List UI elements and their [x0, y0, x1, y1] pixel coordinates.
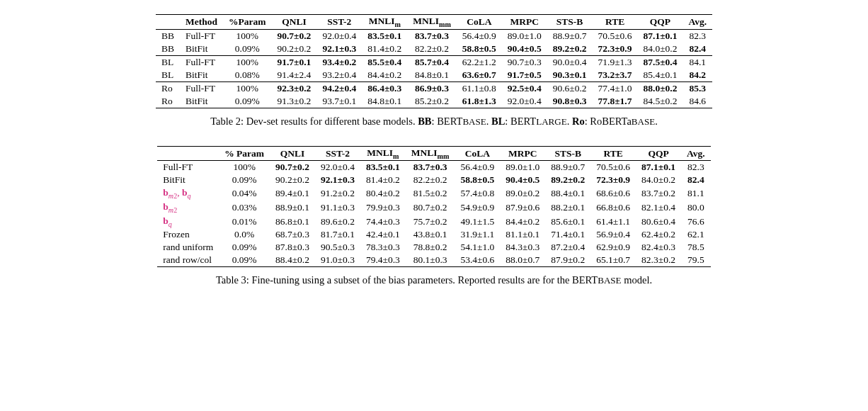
- cell: 65.1±0.7: [590, 254, 636, 267]
- table-2-caption: Table 2: Dev-set results for different b…: [28, 116, 840, 128]
- cell: 81.4±0.2: [362, 43, 407, 56]
- table-row: RoBitFit0.09%91.3±0.293.7±0.184.8±0.185.…: [156, 95, 712, 108]
- cell: 57.4±0.8: [455, 186, 500, 201]
- cell: 62.2±1.2: [457, 55, 502, 69]
- cell: 56.9±0.4: [590, 228, 636, 241]
- col-sst2: SST-2: [316, 15, 362, 30]
- cell: 90.8±0.3: [547, 95, 593, 108]
- cell: 0.04%: [219, 186, 270, 201]
- cell: 82.3: [683, 29, 712, 43]
- col-mrpc: MRPC: [502, 15, 547, 30]
- cell: Full-FT: [180, 29, 223, 43]
- cell: 89.6±0.2: [315, 215, 360, 229]
- cell: 81.1±0.1: [500, 228, 545, 241]
- cell: BitFit: [180, 69, 223, 82]
- cell: 81.4±0.2: [360, 174, 406, 186]
- cell: 54.1±1.0: [455, 241, 500, 254]
- cell: 87.2±0.4: [545, 241, 590, 254]
- cell: 84.2: [683, 69, 712, 82]
- cell: 88.4±0.2: [270, 254, 315, 267]
- cell: 82.4: [681, 174, 711, 186]
- col-mnlimm: MNLImm: [406, 146, 455, 161]
- col-avg: Avg.: [681, 146, 711, 161]
- cell: 84.1: [683, 55, 712, 69]
- cell: 72.3±0.9: [593, 43, 638, 56]
- cell: 91.7±0.1: [271, 55, 316, 69]
- col-param: % Param: [219, 146, 270, 161]
- table-row: BBFull-FT100%90.7±0.292.0±0.483.5±0.183.…: [156, 29, 712, 43]
- cell: 85.7±0.4: [407, 55, 457, 69]
- cell: 73.2±3.7: [593, 69, 638, 82]
- table-row: BLBitFit0.08%91.4±2.493.2±0.484.4±0.284.…: [156, 69, 712, 82]
- table-row: BitFit0.09%90.2±0.292.1±0.381.4±0.282.2±…: [157, 174, 710, 186]
- cell: 72.3±0.9: [590, 174, 636, 186]
- cell: 83.7±0.3: [406, 161, 455, 174]
- cell: 0.0%: [219, 228, 270, 241]
- table-row: bm20.03%88.9±0.191.1±0.379.9±0.380.7±0.2…: [157, 201, 710, 215]
- col-qnli: QNLI: [271, 15, 316, 30]
- cell: 71.4±0.1: [545, 228, 590, 241]
- cell: 68.7±0.3: [270, 228, 315, 241]
- col-stsb: STS-B: [545, 146, 590, 161]
- cell: 87.1±0.1: [638, 29, 683, 43]
- cell: 90.6±0.2: [547, 81, 593, 95]
- cell: 92.0±0.4: [315, 161, 360, 174]
- cell: 78.5: [681, 241, 711, 254]
- table-2: Method %Param QNLI SST-2 MNLIm MNLImm Co…: [156, 14, 712, 108]
- cell: 82.3±0.2: [636, 254, 681, 267]
- cell: 79.4±0.3: [360, 254, 406, 267]
- cell: 81.5±0.2: [406, 186, 455, 201]
- cell: 74.4±0.3: [360, 215, 406, 229]
- cell: BL: [156, 55, 180, 69]
- cell: 91.7±0.5: [502, 69, 547, 82]
- col-cola: CoLA: [457, 15, 502, 30]
- table-3-header: % Param QNLI SST-2 MNLIm MNLImm CoLA MRP…: [157, 146, 710, 161]
- cell: 89.0±0.2: [500, 186, 545, 201]
- cell: 61.4±1.1: [590, 215, 636, 229]
- cell: Full-FT: [180, 55, 223, 69]
- cell: 81.1: [681, 186, 711, 201]
- cell: 80.7±0.2: [406, 201, 455, 215]
- table-row: Frozen0.0%68.7±0.381.7±0.142.4±0.143.8±0…: [157, 228, 710, 241]
- cell: 79.9±0.3: [360, 201, 406, 215]
- cell: 53.4±0.6: [455, 254, 500, 267]
- cell: 88.0±0.7: [500, 254, 545, 267]
- cell: 0.08%: [223, 69, 271, 82]
- cell: 81.7±0.1: [315, 228, 360, 241]
- cell: 58.8±0.5: [455, 174, 500, 186]
- cell: 91.0±0.3: [315, 254, 360, 267]
- cell: 87.1±0.1: [636, 161, 681, 174]
- cell: 90.2±0.2: [271, 43, 316, 56]
- cell: 92.3±0.2: [271, 81, 316, 95]
- table-row: rand row/col0.09%88.4±0.291.0±0.379.4±0.…: [157, 254, 710, 267]
- cell: 0.09%: [223, 43, 271, 56]
- method-cell: rand uniform: [157, 241, 219, 254]
- method-cell: bm2: [157, 201, 219, 215]
- cell: 42.4±0.1: [360, 228, 406, 241]
- cell: 82.2±0.2: [406, 174, 455, 186]
- cell: 89.0±1.0: [500, 161, 545, 174]
- cell: 83.7±0.2: [636, 186, 681, 201]
- cell: 62.4±0.2: [636, 228, 681, 241]
- cell: 90.7±0.2: [270, 161, 315, 174]
- cell: 94.2±0.4: [316, 81, 362, 95]
- cell: 70.5±0.6: [590, 161, 636, 174]
- cell: BitFit: [180, 43, 223, 56]
- cell: 0.03%: [219, 201, 270, 215]
- cell: 88.2±0.1: [545, 201, 590, 215]
- col-stsb: STS-B: [547, 15, 593, 30]
- cell: 85.6±0.1: [545, 215, 590, 229]
- cell: 83.5±0.1: [362, 29, 407, 43]
- method-cell: bm2, bq: [157, 186, 219, 201]
- cell: 84.4±0.2: [500, 215, 545, 229]
- cell: Full-FT: [180, 81, 223, 95]
- cell: 61.8±1.3: [457, 95, 502, 108]
- cell: 83.5±0.1: [360, 161, 406, 174]
- cell: 0.01%: [219, 215, 270, 229]
- cell: 76.6: [681, 215, 711, 229]
- cell: 90.2±0.2: [270, 174, 315, 186]
- cell: 92.0±0.4: [316, 29, 362, 43]
- cell: 68.6±0.6: [590, 186, 636, 201]
- cell: 90.0±0.4: [547, 55, 593, 69]
- cell: 78.3±0.3: [360, 241, 406, 254]
